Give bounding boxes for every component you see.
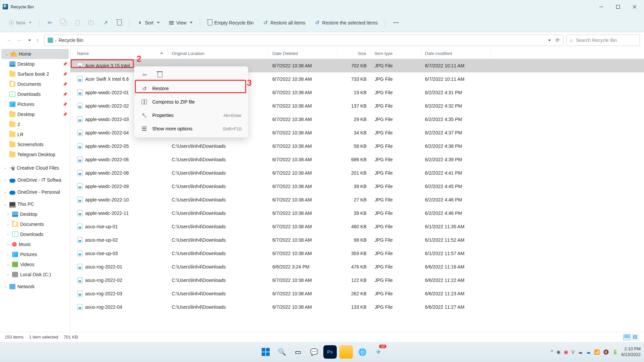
- sidebar-item-onedrive-personal[interactable]: › OneDrive - Personal: [0, 187, 70, 197]
- tray-onedrive-icon[interactable]: ☁: [586, 349, 591, 355]
- search-input[interactable]: Search Recycle Bin: [566, 35, 640, 46]
- sidebar-item[interactable]: › Local Disk (C:): [0, 269, 70, 280]
- photoshop-button[interactable]: Ps: [323, 345, 337, 359]
- up-button[interactable]: ↑: [36, 38, 39, 43]
- sidebar-item[interactable]: › Downloads: [0, 229, 70, 239]
- sidebar-item-network[interactable]: › Network: [0, 282, 70, 292]
- table-row[interactable]: asus-rog-2022-04 C:\Users\linh4\Download…: [70, 300, 644, 314]
- start-button[interactable]: [259, 345, 272, 359]
- expand-icon[interactable]: ›: [3, 166, 7, 170]
- sidebar-item[interactable]: LR: [0, 129, 70, 139]
- tray-security-icon[interactable]: ▣: [564, 349, 568, 355]
- tray-onedrive-icon[interactable]: ☁: [578, 349, 583, 355]
- table-row[interactable]: asus-rise-up-01 C:\Users\linh4\Downloads…: [70, 220, 644, 233]
- context-delete-button[interactable]: [156, 71, 164, 78]
- table-row[interactable]: asus-rog-2022-02 C:\Users\linh4\Download…: [70, 274, 644, 287]
- table-row[interactable]: apple-wwdc-2022-10 C:\Users\linh4\Downlo…: [70, 193, 644, 206]
- expand-icon[interactable]: ⌄: [3, 202, 7, 206]
- table-row[interactable]: asus-rise-up-03 C:\Users\linh4\Downloads…: [70, 247, 644, 260]
- expand-icon[interactable]: ›: [3, 285, 7, 289]
- task-view-button[interactable]: ▭: [291, 345, 305, 359]
- sidebar-item[interactable]: Downloads 📌: [0, 89, 70, 99]
- sidebar-item[interactable]: › Desktop: [0, 209, 70, 219]
- copy-button[interactable]: [58, 18, 70, 27]
- column-header-location[interactable]: Original Location: [168, 48, 268, 59]
- sidebar-item[interactable]: Documents 📌: [0, 79, 70, 89]
- column-header-type[interactable]: Item type: [371, 48, 421, 59]
- expand-icon[interactable]: ›: [3, 178, 7, 182]
- table-row[interactable]: apple-wwdc-2022-09 C:\Users\linh4\Downlo…: [70, 180, 644, 193]
- sidebar-item-creative-cloud[interactable]: › Creative Cloud Files: [0, 163, 70, 173]
- tray-expand-button[interactable]: ^: [551, 349, 553, 355]
- restore-all-button[interactable]: ↺ Restore all items: [259, 18, 309, 28]
- table-row[interactable]: apple-wwdc-2022-05 C:\Users\linh4\Downlo…: [70, 139, 644, 153]
- teams-button[interactable]: 💬: [307, 345, 321, 359]
- chevron-down-icon[interactable]: [548, 40, 551, 41]
- forward-button[interactable]: →: [17, 38, 21, 43]
- sidebar-item[interactable]: 2: [0, 119, 70, 129]
- delete-button[interactable]: [114, 18, 125, 27]
- context-compress[interactable]: Compress to ZIP file: [136, 95, 246, 109]
- sidebar-item[interactable]: Desktop 📌: [0, 59, 70, 69]
- expand-icon[interactable]: ›: [6, 213, 10, 216]
- tray-volume-icon[interactable]: 🔇: [603, 349, 609, 355]
- minimize-button[interactable]: [598, 3, 604, 10]
- sort-button[interactable]: Sort: [133, 18, 163, 28]
- sidebar-item-this-pc[interactable]: ⌄ This PC: [0, 199, 70, 209]
- table-row[interactable]: apple-wwdc-2022-08 C:\Users\linh4\Downlo…: [70, 166, 644, 180]
- expand-icon[interactable]: ›: [3, 190, 7, 194]
- more-button[interactable]: [389, 18, 402, 28]
- breadcrumb-path[interactable]: Recycle Bin: [59, 38, 84, 43]
- restore-selected-button[interactable]: ↺ Restore the selected items: [311, 18, 381, 28]
- sidebar-item[interactable]: Surface book 2 📌: [0, 69, 70, 79]
- table-row[interactable]: asus-rog-2022-01 C:\Users\linh4\Download…: [70, 260, 644, 274]
- sidebar-item[interactable]: Pictures 📌: [0, 99, 70, 109]
- expand-icon[interactable]: ›: [6, 233, 10, 236]
- clock[interactable]: 2:10 PM 6/13/2022: [621, 346, 641, 358]
- sidebar-item[interactable]: › Pictures: [0, 249, 70, 259]
- column-header-name[interactable]: Name: [70, 48, 168, 59]
- column-header-modified[interactable]: Date modified: [421, 48, 491, 59]
- context-restore[interactable]: ↺ Restore: [136, 82, 246, 95]
- empty-recycle-bin-button[interactable]: Empty Recycle Bin: [204, 18, 257, 27]
- column-header-size[interactable]: Size: [337, 48, 371, 59]
- telegram-button[interactable]: ✈: [372, 345, 385, 359]
- sidebar-item[interactable]: Screenshots: [0, 139, 70, 149]
- sidebar-item[interactable]: › Videos: [0, 259, 70, 269]
- tray-adobe-icon[interactable]: ◉: [556, 349, 560, 355]
- context-cut-button[interactable]: ✂: [141, 71, 148, 78]
- sidebar-item-home[interactable]: ⌄ Home: [1, 49, 69, 59]
- column-header-deleted[interactable]: Date Deleted: [268, 48, 337, 59]
- details-view-button[interactable]: [623, 334, 631, 340]
- sidebar-item[interactable]: › Documents: [0, 219, 70, 229]
- table-row[interactable]: asus-rise-up-02 C:\Users\linh4\Downloads…: [70, 233, 644, 247]
- new-button[interactable]: New: [5, 18, 35, 27]
- view-button[interactable]: View: [165, 18, 196, 28]
- table-row[interactable]: apple-wwdc-2022-06 C:\Users\linh4\Downlo…: [70, 153, 644, 166]
- context-properties[interactable]: Properties Alt+Enter: [136, 109, 246, 122]
- thumbnails-view-button[interactable]: [632, 334, 639, 340]
- tray-battery-icon[interactable]: 🔋: [612, 349, 618, 355]
- chrome-button[interactable]: 🌐: [356, 345, 369, 359]
- refresh-button[interactable]: ⟳: [555, 37, 560, 43]
- cut-button[interactable]: ✂: [43, 18, 56, 28]
- sidebar-item[interactable]: Desktop 📌: [0, 109, 70, 119]
- rename-button[interactable]: [85, 18, 97, 27]
- file-explorer-button[interactable]: [339, 345, 353, 359]
- paste-button[interactable]: [72, 18, 83, 27]
- recent-locations-button[interactable]: [28, 40, 31, 41]
- maximize-button[interactable]: [614, 3, 621, 10]
- table-row[interactable]: asus-rog-2022-03 C:\Users\linh4\Download…: [70, 287, 644, 300]
- expand-icon[interactable]: ›: [6, 273, 10, 277]
- close-button[interactable]: [631, 3, 638, 10]
- search-button[interactable]: 🔍: [275, 345, 288, 359]
- expand-icon[interactable]: ›: [6, 263, 10, 266]
- expand-icon[interactable]: ›: [6, 223, 10, 226]
- breadcrumb[interactable]: › Recycle Bin ⟳: [44, 35, 564, 46]
- share-button[interactable]: ↗: [99, 18, 112, 28]
- sidebar-item-onedrive-it[interactable]: › OneDrive - IT Softwa: [0, 175, 70, 185]
- context-show-more[interactable]: Show more options Shift+F10: [136, 122, 246, 135]
- sidebar-item[interactable]: Telegram Desktop: [0, 149, 70, 160]
- expand-icon[interactable]: ⌄: [5, 52, 9, 56]
- expand-icon[interactable]: ›: [6, 243, 10, 246]
